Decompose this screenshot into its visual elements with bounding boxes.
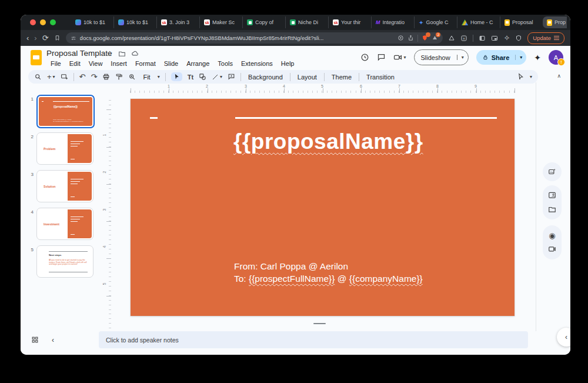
zoom-dropdown[interactable]: ▾ — [158, 74, 160, 79]
collapse-filmstrip-icon[interactable]: ‹ — [52, 336, 54, 344]
rewards-icon[interactable] — [448, 35, 455, 42]
line-tool[interactable]: ▾ — [212, 74, 222, 81]
browser-tab[interactable]: Niche Di — [285, 16, 328, 28]
reader-mode-icon[interactable] — [397, 35, 404, 41]
search-icon[interactable] — [34, 73, 42, 81]
slide-fromto-text[interactable]: From: Carl Poppa @ Aerilon To: {{prospec… — [234, 260, 423, 285]
back-button[interactable]: ‹ — [26, 34, 29, 42]
editing-mode-icon[interactable] — [517, 73, 524, 81]
menu-help[interactable]: Help — [277, 60, 299, 67]
background-button[interactable]: Background — [246, 74, 285, 81]
slideshow-dropdown[interactable]: ▾ — [457, 55, 468, 60]
record-icon[interactable]: ◉ — [549, 231, 555, 240]
zoom-window-button[interactable] — [50, 19, 56, 25]
theme-button[interactable]: Theme — [330, 74, 353, 81]
share-icon[interactable] — [407, 35, 414, 41]
browser-tab[interactable]: skYour thir — [328, 16, 371, 28]
editing-mode-dropdown[interactable]: ▾ — [530, 74, 532, 79]
star-icon[interactable]: ☆ — [106, 49, 113, 58]
account-avatar[interactable]: A ! — [549, 50, 563, 65]
insert-comment-icon[interactable] — [228, 73, 235, 81]
slide-thumbnail-5[interactable]: Next steps All you need to do to get sta… — [36, 245, 93, 278]
browser-tab[interactable]: Proposal — [500, 16, 543, 28]
site-settings-icon[interactable] — [71, 35, 76, 41]
new-slide-button[interactable]: +▾ — [47, 72, 55, 81]
browser-tab[interactable]: 10k to $1 — [113, 16, 156, 28]
extension-icon[interactable]: 2 — [432, 35, 438, 41]
share-dropdown[interactable]: ▾ — [515, 55, 526, 60]
sidebar-icon[interactable] — [479, 35, 486, 42]
bookmark-icon[interactable] — [54, 35, 61, 41]
menu-arrange[interactable]: Arrange — [182, 60, 213, 67]
meet-button[interactable]: ▾ — [393, 53, 406, 62]
menu-format[interactable]: Format — [131, 60, 160, 67]
slide-title-text[interactable]: {{proposalName}} — [233, 129, 423, 154]
browser-tab[interactable]: 10k to $1 — [71, 16, 113, 28]
document-title[interactable]: Proposal Template — [46, 49, 112, 58]
browser-tab[interactable]: MIntegratio — [371, 16, 414, 28]
reading-mode-icon[interactable]: a — [460, 35, 467, 42]
textbox-tool[interactable]: Tt — [188, 74, 193, 81]
move-folder-icon[interactable] — [118, 50, 126, 58]
folder-icon[interactable] — [548, 205, 556, 214]
image-person-icon[interactable] — [548, 191, 556, 199]
select-tool[interactable] — [171, 72, 182, 81]
print-icon[interactable] — [102, 73, 110, 81]
image-sparkle-icon[interactable] — [548, 168, 556, 176]
menu-insert[interactable]: Insert — [106, 60, 131, 67]
browser-tab[interactable]: Copy of — [242, 16, 285, 28]
browser-tab-active[interactable]: Prop× — [543, 16, 567, 28]
paint-format-icon[interactable] — [115, 73, 123, 81]
hide-menus-icon[interactable]: ∧ — [557, 73, 561, 79]
address-field[interactable]: docs.google.com/presentation/d/1gT-H8iVP… — [66, 32, 443, 44]
layout-button[interactable]: Layout — [296, 74, 319, 81]
zoom-icon[interactable] — [128, 73, 136, 81]
menu-slide[interactable]: Slide — [160, 60, 182, 67]
forward-button[interactable]: › — [34, 34, 36, 42]
notification-badge: ! — [557, 58, 565, 66]
notes-resize-handle[interactable] — [313, 323, 326, 324]
slide-dash-shape[interactable] — [150, 117, 158, 119]
dock-group-3: ◉ — [543, 225, 562, 259]
google-slides-logo[interactable] — [31, 50, 42, 65]
menu-file[interactable]: File — [46, 60, 65, 67]
comments-icon[interactable] — [377, 53, 386, 62]
cloud-status-icon[interactable] — [131, 49, 139, 58]
browser-tab[interactable]: ✦Google C — [414, 16, 457, 28]
slide-thumbnail-1[interactable]: {{proposalName}} From: Carl Poppa @ Aeri… — [36, 95, 95, 128]
reload-button[interactable]: ⟳ — [42, 34, 49, 42]
slide-thumbnail-3[interactable]: Solution — [36, 170, 93, 202]
menu-extensions[interactable]: Extensions — [237, 60, 277, 67]
leo-ai-icon[interactable]: ✧ — [503, 34, 510, 42]
browser-tab[interactable]: Home - C — [457, 16, 500, 28]
browser-tab[interactable]: skMaker Sc — [199, 16, 242, 28]
menu-edit[interactable]: Edit — [65, 60, 85, 67]
browser-tab[interactable]: sk3. Join 3 — [156, 16, 199, 28]
slide-line-shape[interactable] — [235, 117, 497, 119]
share-button[interactable]: Share ▾ — [476, 50, 527, 65]
slideshow-button[interactable]: Slideshow ▾ — [414, 49, 469, 65]
update-button[interactable]: Update — [527, 32, 564, 44]
undo-icon[interactable]: ↶ — [79, 72, 86, 81]
version-history-icon[interactable] — [360, 53, 369, 62]
close-window-button[interactable] — [30, 19, 36, 25]
minimize-window-button[interactable] — [40, 19, 46, 25]
slide-thumbnail-4[interactable]: Investment — [36, 208, 93, 240]
speaker-notes-input[interactable]: Click to add speaker notes — [99, 331, 528, 348]
transition-button[interactable]: Transition — [365, 74, 396, 81]
slide-editor[interactable]: {{proposalName}} From: Carl Poppa @ Aeri… — [131, 99, 514, 316]
shape-tool[interactable] — [199, 73, 206, 81]
redo-icon[interactable]: ↷ — [91, 72, 98, 81]
zoom-level[interactable]: Fit — [141, 74, 152, 81]
grid-view-icon[interactable] — [31, 336, 39, 344]
screen-video-icon[interactable] — [548, 245, 556, 254]
shield-badge — [426, 32, 430, 37]
menu-tools[interactable]: Tools — [213, 60, 237, 67]
gemini-sparkle-icon[interactable]: ✦ — [534, 53, 541, 62]
new-slide-layout-icon[interactable] — [61, 73, 68, 81]
picture-in-picture-icon[interactable] — [491, 35, 498, 42]
brave-shield-icon[interactable] — [422, 35, 428, 41]
shield-icon[interactable] — [515, 35, 522, 42]
menu-view[interactable]: View — [85, 60, 107, 67]
slide-thumbnail-2[interactable]: Problem — [36, 132, 93, 165]
